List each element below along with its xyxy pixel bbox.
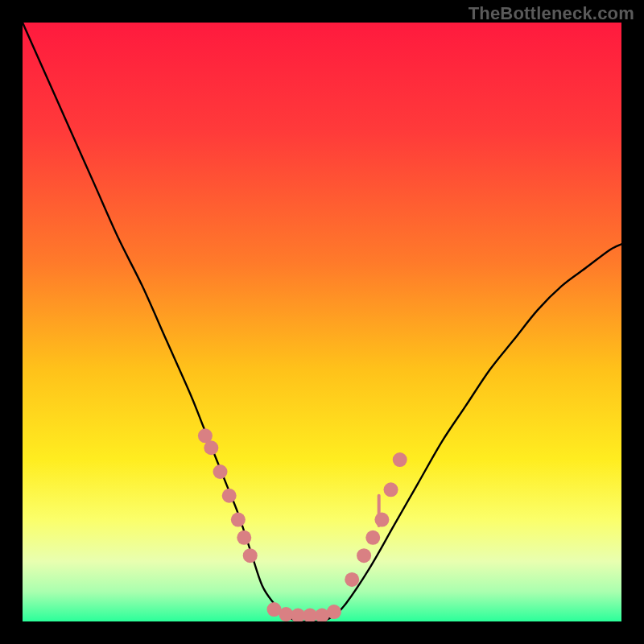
dot-left-slope-dots <box>231 513 246 527</box>
dot-left-slope-dots <box>204 440 218 455</box>
dot-trough-dots <box>327 605 341 619</box>
dot-left-slope-dots <box>213 464 228 479</box>
dot-left-slope-dots <box>237 530 251 545</box>
dot-left-slope-dots <box>222 489 237 503</box>
dot-left-slope-dots <box>243 548 258 563</box>
dot-right-slope-dots <box>345 572 359 587</box>
dot-right-slope-dots <box>357 548 371 563</box>
gradient-background <box>23 23 621 621</box>
dot-right-slope-dots <box>374 513 389 527</box>
chart-container: TheBottleneck.com <box>0 0 644 644</box>
dot-right-slope-dots <box>393 452 407 467</box>
bottleneck-chart <box>23 23 621 621</box>
dot-right-slope-dots <box>365 530 380 545</box>
watermark-text: TheBottleneck.com <box>469 3 634 24</box>
dot-right-slope-dots <box>384 482 398 497</box>
